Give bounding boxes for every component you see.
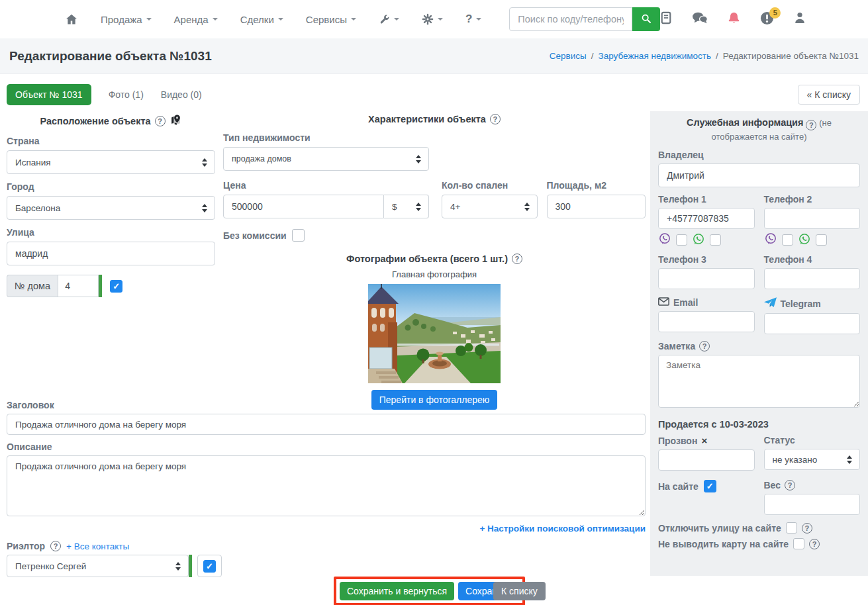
navbar-right-icons: 5 — [660, 11, 806, 28]
title-input[interactable] — [7, 414, 646, 435]
price-label-text: Цена — [223, 180, 246, 191]
menu-services[interactable]: Сервисы — [306, 14, 356, 25]
help-icon[interactable]: ? — [806, 120, 816, 130]
journal-button[interactable] — [660, 11, 672, 27]
phone1-input[interactable] — [658, 208, 755, 229]
street-input[interactable] — [7, 242, 215, 265]
disable-street-label: Отключить улицу на сайте — [658, 523, 781, 534]
no-commission-checkbox[interactable] — [292, 229, 305, 242]
tab-object[interactable]: Объект № 1031 — [7, 84, 91, 105]
note-label-text: Заметка — [658, 341, 695, 351]
characteristics-section-title: Характеристики объекта ? — [223, 114, 646, 124]
menu-sales[interactable]: Продажа — [101, 14, 152, 25]
help-icon[interactable]: ? — [512, 254, 522, 264]
description-textarea[interactable]: Продажа отличного дома на берегу моря — [7, 455, 646, 516]
messages-button[interactable] — [692, 11, 708, 27]
home-button[interactable] — [65, 13, 78, 26]
phone2-input[interactable] — [764, 208, 861, 229]
disable-street-checkbox[interactable] — [786, 522, 797, 534]
menu-rent-label: Аренда — [174, 14, 209, 25]
chat-icon — [692, 11, 708, 27]
menu-settings[interactable] — [422, 13, 443, 25]
area-field: Площадь, м2 — [547, 172, 646, 218]
telegram-input[interactable] — [764, 313, 861, 334]
phone3-input[interactable] — [658, 268, 755, 289]
owner-label: Владелец — [658, 150, 860, 160]
house-number-checkbox[interactable]: ✓ — [110, 280, 122, 293]
main-photo[interactable] — [368, 284, 501, 383]
seo-settings-link[interactable]: + Настройки поисковой оптимизации — [479, 524, 646, 534]
caret-down-icon — [146, 18, 152, 21]
to-list-button[interactable]: К списку — [493, 582, 546, 600]
phone2-whatsapp-checkbox[interactable] — [816, 234, 827, 246]
viber-icon — [764, 232, 777, 248]
alerts-button[interactable]: 5 — [760, 11, 774, 28]
realtor-checkbox[interactable]: ✓ — [203, 560, 216, 573]
currency-select[interactable]: $ — [384, 195, 429, 218]
weight-label: Вес ? — [764, 480, 861, 490]
note-textarea[interactable] — [658, 355, 860, 408]
realtor-select[interactable]: Петренко Сергей — [7, 555, 189, 577]
app-window: Продажа Аренда Сделки Сервисы — [0, 0, 868, 605]
email-input[interactable] — [658, 311, 755, 332]
menu-deals[interactable]: Сделки — [240, 14, 283, 25]
photos-title-text: Фотографии объекта (всего 1 шт.) — [346, 254, 508, 264]
description-label-text: Описание — [7, 442, 52, 452]
phone3-label-text: Телефон 3 — [658, 254, 706, 265]
select-arrows-icon — [201, 158, 208, 167]
breadcrumb-services-link[interactable]: Сервисы — [550, 51, 587, 61]
phone4-label-text: Телефон 4 — [764, 254, 812, 265]
tab-photo[interactable]: Фото (1) — [109, 89, 144, 100]
service-info-title: Служебная информация — [687, 117, 804, 128]
notifications-button[interactable] — [728, 11, 740, 28]
phone3-label: Телефон 3 — [658, 254, 755, 265]
phone1-viber-checkbox[interactable] — [676, 234, 687, 246]
menu-tools[interactable] — [379, 14, 399, 25]
map-marker-icon[interactable] — [169, 114, 182, 128]
area-input[interactable] — [547, 195, 646, 218]
select-arrows-icon — [175, 561, 181, 571]
clear-icon[interactable]: × — [701, 435, 707, 446]
property-type-select[interactable]: продажа домов — [223, 147, 429, 171]
help-icon[interactable]: ? — [155, 116, 166, 126]
no-map-checkbox[interactable] — [793, 538, 804, 549]
help-icon[interactable]: ? — [699, 341, 710, 351]
search-input[interactable] — [509, 7, 632, 31]
owner-input[interactable] — [658, 163, 860, 187]
viber-icon — [658, 232, 671, 248]
call-input[interactable] — [658, 449, 755, 471]
country-select[interactable]: Испания — [7, 150, 215, 174]
note-label: Заметка ? — [658, 341, 860, 351]
phone1-whatsapp-checkbox[interactable] — [710, 234, 721, 246]
menu-rent[interactable]: Аренда — [174, 14, 218, 25]
user-icon — [794, 11, 806, 27]
help-icon[interactable]: ? — [490, 114, 501, 124]
help-icon[interactable]: ? — [50, 541, 61, 551]
call-label: Прозвон × — [658, 435, 755, 446]
help-icon[interactable]: ? — [809, 539, 820, 549]
city-select[interactable]: Барселона — [7, 196, 215, 220]
caret-down-icon — [213, 18, 218, 21]
phone4-input[interactable] — [764, 268, 861, 289]
house-number-input[interactable] — [58, 275, 99, 297]
all-contacts-link[interactable]: + Все контакты — [66, 541, 129, 551]
profile-button[interactable] — [794, 11, 806, 27]
save-and-return-button[interactable]: Сохранить и вернуться — [340, 582, 454, 600]
bedrooms-select[interactable]: 4+ — [442, 195, 538, 218]
search-button[interactable] — [632, 7, 660, 31]
back-to-list-button[interactable]: « К списку — [798, 85, 860, 105]
weight-input[interactable] — [764, 494, 861, 515]
price-input[interactable] — [223, 195, 384, 218]
help-icon[interactable]: ? — [785, 480, 795, 490]
check-icon: ✓ — [706, 481, 714, 491]
help-icon[interactable]: ? — [802, 523, 812, 534]
description-label: Описание — [7, 442, 646, 452]
status-select[interactable]: не указано — [764, 449, 861, 470]
phone2-viber-checkbox[interactable] — [782, 234, 793, 246]
on-site-checkbox[interactable]: ✓ — [704, 480, 716, 492]
price-row: Цена $ Кол-во спален 4+ Площадь, м2 — [223, 172, 646, 218]
breadcrumb-foreign-realty-link[interactable]: Зарубежная недвижимость — [599, 51, 712, 61]
tab-video[interactable]: Видео (0) — [161, 89, 202, 100]
page-title: Редактирование объекта №1031 — [9, 49, 212, 64]
menu-help[interactable]: ? — [465, 13, 481, 26]
